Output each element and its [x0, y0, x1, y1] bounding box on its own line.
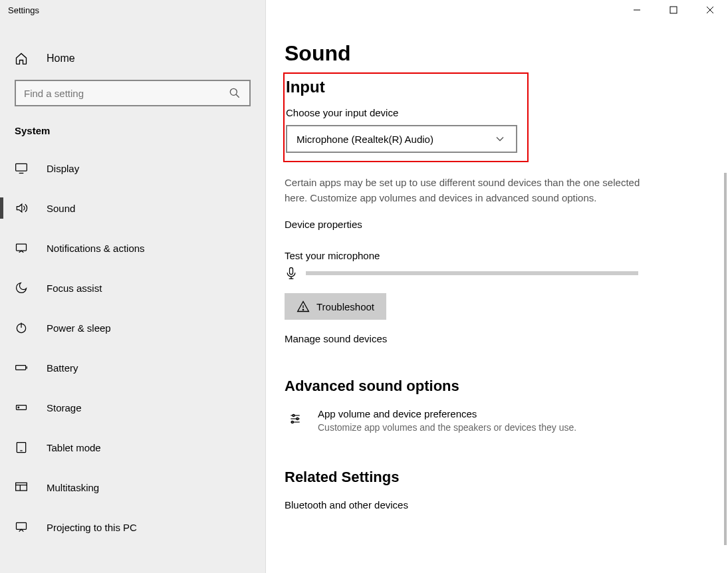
troubleshoot-button[interactable]: Troubleshoot [285, 293, 386, 320]
svg-line-1 [236, 94, 239, 98]
search-input[interactable] [24, 88, 219, 99]
nav-label: Multitasking [47, 482, 99, 493]
sidebar-item-projecting[interactable]: Projecting to this PC [0, 507, 265, 547]
svg-rect-18 [670, 7, 677, 13]
tablet-icon [15, 441, 28, 454]
input-description: Certain apps may be set up to use differ… [285, 175, 657, 205]
svg-rect-16 [17, 522, 27, 529]
nav-label: Notifications & actions [47, 243, 145, 254]
microphone-icon [285, 267, 298, 280]
maximize-button[interactable] [655, 0, 691, 20]
svg-point-25 [303, 309, 303, 310]
window-title: Settings [0, 0, 265, 20]
multitask-icon [15, 481, 28, 494]
svg-rect-2 [16, 164, 27, 171]
nav-label: Power & sleep [47, 322, 111, 334]
mic-level-bar [306, 271, 638, 275]
test-mic-label: Test your microphone [285, 250, 708, 261]
sidebar: Settings Home System Display So [0, 0, 266, 573]
input-heading: Input [285, 78, 519, 96]
sidebar-item-multitask[interactable]: Multitasking [0, 467, 265, 507]
warning-icon [297, 300, 310, 313]
nav-label: Storage [47, 402, 82, 413]
app-volume-row[interactable]: App volume and device preferences Custom… [285, 408, 708, 433]
svg-point-10 [18, 407, 19, 408]
input-section-highlight: Input Choose your input device Microphon… [283, 72, 529, 162]
svg-rect-7 [16, 366, 26, 370]
focus-icon [15, 281, 28, 294]
troubleshoot-label: Troubleshoot [316, 301, 374, 312]
minimize-button[interactable] [618, 0, 655, 20]
home-nav[interactable]: Home [0, 40, 265, 77]
sidebar-item-storage[interactable]: Storage [0, 388, 265, 427]
sliders-icon [285, 408, 306, 429]
display-icon [15, 162, 28, 175]
sidebar-item-notifications[interactable]: Notifications & actions [0, 228, 265, 268]
related-heading: Related Settings [285, 469, 708, 486]
battery-icon [15, 361, 28, 374]
svg-rect-21 [290, 268, 293, 275]
nav-label: Sound [47, 203, 75, 214]
nav-label: Tablet mode [47, 442, 101, 453]
close-button[interactable] [691, 0, 728, 20]
test-mic-row [285, 267, 708, 280]
search-icon [228, 86, 241, 100]
svg-rect-4 [17, 244, 27, 251]
svg-rect-13 [16, 483, 27, 491]
sidebar-item-focus[interactable]: Focus assist [0, 268, 265, 308]
advanced-heading: Advanced sound options [285, 378, 708, 395]
dropdown-value: Microphone (Realtek(R) Audio) [297, 134, 433, 145]
nav-label: Projecting to this PC [47, 522, 137, 533]
bluetooth-link[interactable]: Bluetooth and other devices [285, 499, 708, 511]
window-controls [618, 0, 728, 20]
sidebar-item-tablet[interactable]: Tablet mode [0, 427, 265, 467]
content-pane: Sound Input Choose your input device Mic… [266, 0, 728, 573]
sidebar-item-display[interactable]: Display [0, 148, 265, 188]
storage-icon [15, 401, 28, 414]
page-title: Sound [285, 41, 708, 66]
svg-point-0 [230, 88, 237, 95]
nav-list: Display Sound Notifications & actions Fo… [0, 148, 265, 547]
category-heading: System [0, 106, 265, 144]
choose-input-label: Choose your input device [285, 107, 519, 118]
manage-devices-link[interactable]: Manage sound devices [285, 333, 708, 344]
power-icon [15, 321, 28, 334]
nav-label: Display [47, 163, 79, 174]
app-volume-sub: Customize app volumes and the speakers o… [318, 422, 576, 433]
sidebar-item-power[interactable]: Power & sleep [0, 308, 265, 348]
search-input-wrap[interactable] [15, 80, 251, 106]
nav-label: Focus assist [47, 283, 102, 294]
input-device-dropdown[interactable]: Microphone (Realtek(R) Audio) [286, 125, 517, 153]
nav-label: Battery [47, 362, 78, 374]
sidebar-item-battery[interactable]: Battery [0, 348, 265, 388]
app-volume-title: App volume and device preferences [318, 408, 576, 419]
notifications-icon [15, 241, 28, 255]
device-properties-link[interactable]: Device properties [285, 219, 708, 230]
home-icon [15, 52, 28, 65]
sidebar-item-sound[interactable]: Sound [0, 188, 265, 228]
scrollbar[interactable] [724, 173, 727, 545]
sound-icon [15, 201, 28, 215]
projecting-icon [15, 520, 28, 534]
home-label: Home [47, 53, 75, 64]
chevron-down-icon [493, 132, 507, 146]
